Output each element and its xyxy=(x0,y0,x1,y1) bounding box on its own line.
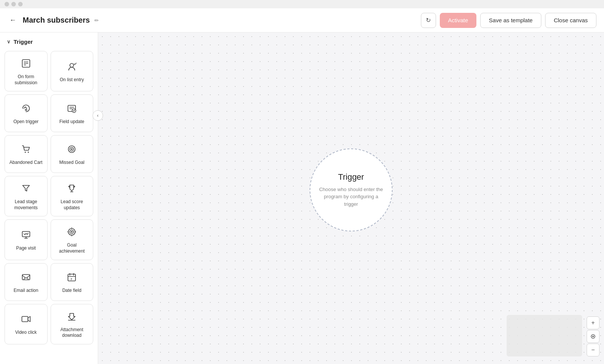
lead-stage-movements-icon xyxy=(21,183,31,195)
zoom-out-button[interactable]: − xyxy=(587,344,599,356)
trigger-card-goal-achievement[interactable]: Goal achievement xyxy=(51,219,94,260)
svg-point-20 xyxy=(71,231,72,233)
trigger-card-open-trigger[interactable]: Open trigger xyxy=(5,94,48,132)
trigger-grid: On form submissionOn list entryOpen trig… xyxy=(0,49,98,350)
video-click-label: Video click xyxy=(15,330,37,336)
trigger-card-on-list-entry[interactable]: On list entry xyxy=(51,51,94,91)
refresh-button[interactable]: ↻ xyxy=(421,13,436,28)
zoom-reset-button[interactable] xyxy=(587,330,599,343)
main-layout: ∨ Trigger On form submissionOn list entr… xyxy=(0,32,604,364)
trigger-card-field-update[interactable]: Field update xyxy=(51,94,94,132)
trigger-card-email-action[interactable]: Email action xyxy=(5,263,48,301)
trigger-card-video-click[interactable]: Video click xyxy=(5,304,48,344)
close-canvas-button[interactable]: Close canvas xyxy=(545,13,596,28)
header: ← March subscribers ✏ ↻ Activate Save as… xyxy=(0,8,604,32)
page-visit-icon xyxy=(21,230,31,242)
svg-point-30 xyxy=(592,336,594,337)
svg-text:7: 7 xyxy=(71,278,72,281)
abandoned-cart-icon xyxy=(21,144,31,156)
sidebar: ∨ Trigger On form submissionOn list entr… xyxy=(0,32,98,364)
titlebar-dot-yellow xyxy=(11,2,16,6)
goal-achievement-label: Goal achievement xyxy=(54,242,90,254)
goal-achievement-icon xyxy=(66,227,77,239)
svg-point-4 xyxy=(70,63,74,67)
header-right: ↻ Activate Save as template Close canvas xyxy=(421,13,596,28)
page-title: March subscribers xyxy=(23,16,90,25)
email-action-icon xyxy=(21,272,31,284)
zoom-controls: + − xyxy=(587,316,599,356)
field-update-label: Field update xyxy=(59,119,84,125)
titlebar-dot-red xyxy=(5,2,9,6)
open-trigger-label: Open trigger xyxy=(13,119,39,125)
trigger-node-description: Choose who should enter the program by c… xyxy=(318,186,384,208)
missed-goal-label: Missed Goal xyxy=(59,160,85,166)
lead-score-updates-label: Lead score updates xyxy=(54,199,90,211)
chevron-down-icon: ∨ xyxy=(7,39,11,45)
trigger-card-page-visit[interactable]: Page visit xyxy=(5,219,48,260)
canvas[interactable]: Trigger Choose who should enter the prog… xyxy=(98,32,604,364)
on-form-submission-label: On form submission xyxy=(8,74,44,86)
page-visit-label: Page visit xyxy=(16,245,36,251)
date-field-icon: 7 xyxy=(66,272,77,284)
zoom-reset-icon xyxy=(590,333,596,339)
video-click-icon xyxy=(21,314,31,326)
svg-point-14 xyxy=(71,148,72,150)
trigger-card-date-field[interactable]: 7Date field xyxy=(51,263,94,301)
date-field-label: Date field xyxy=(62,288,82,294)
sidebar-section-label: Trigger xyxy=(14,39,33,45)
trigger-node[interactable]: Trigger Choose who should enter the prog… xyxy=(310,148,393,231)
trigger-card-abandoned-cart[interactable]: Abandoned Cart xyxy=(5,135,48,173)
trigger-node-title: Trigger xyxy=(338,172,364,182)
back-button[interactable]: ← xyxy=(8,15,18,26)
svg-point-11 xyxy=(28,152,29,153)
sidebar-trigger-header: ∨ Trigger xyxy=(0,32,98,49)
header-left: ← March subscribers ✏ xyxy=(8,15,99,26)
sidebar-collapse-button[interactable]: ‹ xyxy=(92,110,103,121)
email-action-label: Email action xyxy=(14,288,38,294)
zoom-in-button[interactable]: + xyxy=(587,316,599,329)
on-list-entry-label: On list entry xyxy=(60,77,84,83)
trigger-card-missed-goal[interactable]: Missed Goal xyxy=(51,135,94,173)
titlebar-dot-green xyxy=(18,2,23,6)
svg-point-10 xyxy=(25,152,26,153)
activate-button[interactable]: Activate xyxy=(440,13,476,28)
trigger-card-on-form-submission[interactable]: On form submission xyxy=(5,51,48,91)
trigger-card-lead-score-updates[interactable]: Lead score updates xyxy=(51,176,94,216)
trigger-card-lead-stage-movements[interactable]: Lead stage movements xyxy=(5,176,48,216)
minimap xyxy=(507,315,582,356)
lead-score-updates-icon xyxy=(66,183,77,195)
edit-title-icon[interactable]: ✏ xyxy=(94,17,99,23)
open-trigger-icon xyxy=(21,103,31,115)
svg-rect-21 xyxy=(22,275,30,280)
attachment-download-label: Attachment download xyxy=(54,327,90,339)
titlebar xyxy=(0,0,604,8)
field-update-icon xyxy=(66,103,77,115)
save-template-button[interactable]: Save as template xyxy=(480,13,541,28)
lead-stage-movements-label: Lead stage movements xyxy=(8,199,44,211)
svg-point-5 xyxy=(25,109,27,111)
on-form-submission-icon xyxy=(21,58,31,70)
attachment-download-icon xyxy=(66,311,77,323)
missed-goal-icon xyxy=(66,144,77,156)
svg-rect-27 xyxy=(22,316,28,322)
trigger-card-attachment-download[interactable]: Attachment download xyxy=(51,304,94,344)
abandoned-cart-label: Abandoned Cart xyxy=(9,160,42,166)
svg-rect-17 xyxy=(22,231,30,237)
on-list-entry-icon xyxy=(66,61,77,73)
